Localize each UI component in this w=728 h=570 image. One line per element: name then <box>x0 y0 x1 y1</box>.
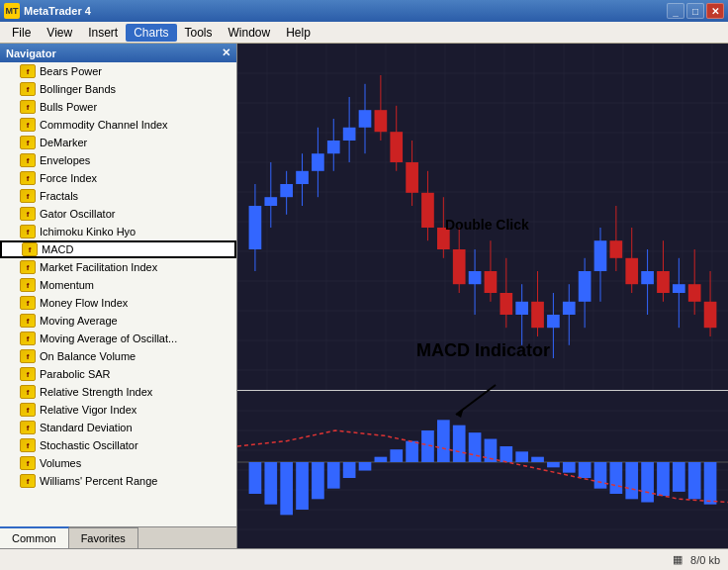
list-item[interactable]: fOn Balance Volume <box>0 347 236 365</box>
indicator-icon: f <box>20 456 36 470</box>
navigator-tabs: Common Favorites <box>0 526 236 548</box>
minimize-button[interactable]: _ <box>667 3 684 19</box>
indicator-label: Volumes <box>40 457 81 469</box>
list-item[interactable]: fMoving Average <box>0 312 236 330</box>
indicator-label: Market Facilitation Index <box>40 261 157 273</box>
indicator-icon: f <box>20 349 36 363</box>
indicator-icon: f <box>20 438 36 452</box>
list-item[interactable]: fEnvelopes <box>0 151 236 169</box>
indicator-label: Williams' Percent Range <box>40 475 157 487</box>
indicator-icon: f <box>20 296 36 310</box>
indicator-label: Ichimoku Kinko Hyo <box>40 226 136 238</box>
list-item[interactable]: fForce Index <box>0 169 236 187</box>
title-bar-buttons[interactable]: _ □ ✕ <box>667 3 724 19</box>
list-item[interactable]: fFractals <box>0 187 236 205</box>
list-item[interactable]: fBears Power <box>0 62 236 80</box>
indicator-icon: f <box>20 421 36 434</box>
status-bar: ▦ 8/0 kb <box>0 548 728 570</box>
indicator-label: Moving Average of Oscillat... <box>40 332 177 344</box>
list-item[interactable]: fMarket Facilitation Index <box>0 258 236 276</box>
indicator-label: Moving Average <box>40 315 118 327</box>
indicator-label: Standard Deviation <box>40 422 133 433</box>
menu-view[interactable]: View <box>39 24 80 42</box>
menu-tools[interactable]: Tools <box>177 24 221 42</box>
navigator-panel: Navigator ✕ fBears PowerfBollinger Bands… <box>0 44 237 548</box>
list-item[interactable]: fBollinger Bands <box>0 80 236 98</box>
indicator-label: Bulls Power <box>40 101 97 113</box>
indicator-icon: f <box>20 136 36 149</box>
navigator-title: Navigator <box>6 48 56 59</box>
indicator-label: Bears Power <box>40 65 102 77</box>
indicator-icon: f <box>20 225 36 238</box>
indicator-label: Relative Strength Index <box>40 386 152 398</box>
list-item[interactable]: fCommodity Channel Index <box>0 116 236 134</box>
tab-common[interactable]: Common <box>0 526 69 548</box>
list-item[interactable]: fParabolic SAR <box>0 365 236 383</box>
indicator-label: Bollinger Bands <box>40 83 116 95</box>
candle-canvas <box>237 44 728 390</box>
list-item[interactable]: fMoving Average of Oscillat... <box>0 330 236 347</box>
navigator-header: Navigator ✕ <box>0 44 236 62</box>
candlestick-chart <box>237 44 728 390</box>
indicator-icon: f <box>20 403 36 417</box>
list-item[interactable]: fRelative Strength Index <box>0 383 236 401</box>
menu-window[interactable]: Window <box>221 24 279 42</box>
list-item[interactable]: fStochastic Oscillator <box>0 436 236 454</box>
list-item[interactable]: fRelative Vigor Index <box>0 401 236 419</box>
kb-label: 8/0 kb <box>690 554 720 566</box>
indicator-icon: f <box>20 82 36 96</box>
menu-charts[interactable]: Charts <box>126 24 176 42</box>
menu-file[interactable]: File <box>4 24 39 42</box>
list-item[interactable]: fStandard Deviation <box>0 419 236 436</box>
indicator-label: Stochastic Oscillator <box>40 439 138 451</box>
chart-area[interactable]: Double Click MACD Indicator <box>237 44 728 548</box>
title-bar-left: MT MetaTrader 4 <box>4 3 91 19</box>
list-item[interactable]: fMACD <box>0 240 236 258</box>
main-content: Navigator ✕ fBears PowerfBollinger Bands… <box>0 44 728 548</box>
app-icon: MT <box>4 3 20 19</box>
list-item[interactable]: fGator Oscillator <box>0 205 236 223</box>
list-item[interactable]: fMomentum <box>0 276 236 294</box>
indicator-label: MACD <box>42 243 73 255</box>
title-bar: MT MetaTrader 4 _ □ ✕ <box>0 0 728 22</box>
indicator-icon: f <box>20 153 36 167</box>
indicator-icon: f <box>20 260 36 274</box>
indicator-icon: f <box>20 474 36 488</box>
indicator-icon: f <box>20 100 36 114</box>
indicator-label: Fractals <box>40 190 78 202</box>
indicator-label: DeMarker <box>40 137 87 148</box>
indicator-label: Commodity Channel Index <box>40 119 168 131</box>
menu-bar: File View Insert Charts Tools Window Hel… <box>0 22 728 44</box>
indicator-icon: f <box>20 118 36 132</box>
list-item[interactable]: fVolumes <box>0 454 236 472</box>
indicator-label: Money Flow Index <box>40 297 128 309</box>
indicator-label: Relative Vigor Index <box>40 404 136 416</box>
indicator-icon: f <box>20 385 36 399</box>
indicator-icon: f <box>20 332 36 345</box>
list-item[interactable]: fBulls Power <box>0 98 236 116</box>
indicator-icon: f <box>20 189 36 203</box>
indicator-label: On Balance Volume <box>40 350 136 362</box>
indicator-icon: f <box>20 314 36 328</box>
close-button[interactable]: ✕ <box>706 3 724 19</box>
navigator-close-button[interactable]: ✕ <box>222 47 230 59</box>
list-item[interactable]: fWilliams' Percent Range <box>0 472 236 490</box>
indicator-icon: f <box>20 207 36 221</box>
menu-help[interactable]: Help <box>278 24 318 42</box>
window-title: MetaTrader 4 <box>24 5 91 17</box>
indicator-label: Momentum <box>40 279 94 291</box>
menu-insert[interactable]: Insert <box>80 24 126 42</box>
graph-icon: ▦ <box>673 553 682 566</box>
indicator-label: Envelopes <box>40 154 90 166</box>
indicator-list[interactable]: fBears PowerfBollinger BandsfBulls Power… <box>0 62 236 526</box>
macd-canvas <box>237 391 728 548</box>
tab-favorites[interactable]: Favorites <box>69 527 138 548</box>
indicator-icon: f <box>20 278 36 292</box>
list-item[interactable]: fMoney Flow Index <box>0 294 236 312</box>
indicator-label: Gator Oscillator <box>40 208 115 220</box>
list-item[interactable]: fDeMarker <box>0 134 236 151</box>
navigator-body: fBears PowerfBollinger BandsfBulls Power… <box>0 62 236 548</box>
indicator-icon: f <box>20 367 36 381</box>
maximize-button[interactable]: □ <box>686 3 704 19</box>
list-item[interactable]: fIchimoku Kinko Hyo <box>0 223 236 240</box>
